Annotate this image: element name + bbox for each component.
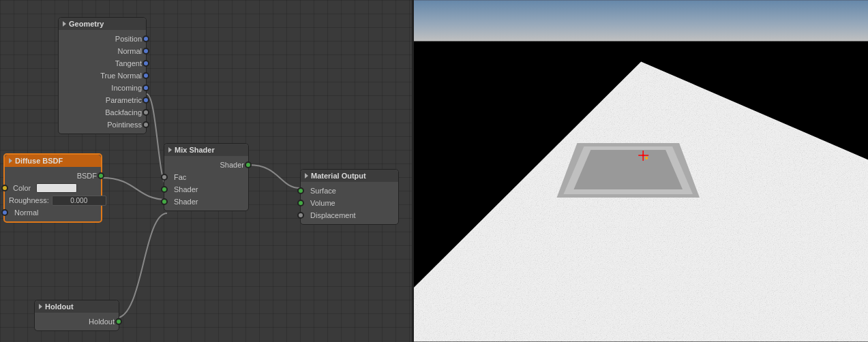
diffuse-header: Diffuse BSDF (5, 155, 101, 167)
holdout-output-label: Holdout (89, 317, 115, 326)
mix-shader-header: Mix Shader (164, 144, 248, 156)
color-label: Color (13, 184, 31, 192)
normal-input-row: Normal (5, 206, 101, 219)
displacement-row: Displacement (301, 209, 398, 221)
fac-label: Fac (174, 173, 186, 181)
diffuse-body: BSDF Color Roughness: Normal (5, 167, 101, 221)
node-geometry[interactable]: Geometry Position Normal Tangent True No… (58, 17, 147, 134)
shader2-label: Shader (174, 198, 198, 206)
shader1-label: Shader (174, 185, 198, 193)
mix-shader-output-row: Shader (164, 159, 248, 171)
geometry-backfacing-row: Backfacing (59, 106, 146, 119)
3d-viewport[interactable] (414, 0, 868, 342)
pointiness-socket[interactable] (143, 121, 149, 128)
position-label: Position (115, 35, 142, 43)
surface-socket[interactable] (297, 187, 304, 194)
svg-rect-1 (414, 1, 868, 42)
shader1-socket[interactable] (161, 186, 168, 193)
fac-socket[interactable] (161, 174, 168, 181)
shader2-socket[interactable] (161, 198, 168, 205)
geometry-position-row: Position (59, 33, 146, 45)
volume-socket[interactable] (297, 200, 304, 206)
mix-shader-title: Mix Shader (175, 146, 215, 154)
mix-shader-output-label: Shader (220, 161, 244, 169)
geometry-parametric-row: Parametric (59, 94, 146, 106)
holdout-output-row: Holdout (35, 315, 119, 328)
viewport-scene (414, 0, 868, 342)
tangent-label: Tangent (115, 59, 142, 67)
roughness-input[interactable] (52, 196, 106, 206)
node-material-output[interactable]: Material Output Surface Volume Displacem… (300, 169, 399, 225)
bsdf-output-row: BSDF (5, 170, 101, 182)
color-socket[interactable] (1, 185, 8, 191)
node-diffuse-bsdf[interactable]: Diffuse BSDF BSDF Color Roughness: Norma… (3, 153, 102, 223)
incoming-socket[interactable] (143, 84, 149, 91)
tangent-socket[interactable] (143, 60, 149, 67)
volume-label: Volume (310, 199, 335, 207)
geometry-truenormal-row: True Normal (59, 69, 146, 82)
geometry-incoming-row: Incoming (59, 82, 146, 94)
backfacing-socket[interactable] (143, 109, 149, 116)
geometry-pointiness-row: Pointiness (59, 119, 146, 131)
bsdf-label: BSDF (77, 172, 97, 180)
node-mix-shader[interactable]: Mix Shader Shader Fac Shader Shader (164, 143, 249, 211)
geometry-tangent-row: Tangent (59, 57, 146, 69)
mix-shader-output-socket[interactable] (245, 161, 252, 168)
pointiness-label: Pointiness (107, 121, 142, 129)
holdout-title: Holdout (45, 302, 74, 311)
surface-row: Surface (301, 185, 398, 197)
holdout-header: Holdout (35, 300, 119, 313)
roughness-label: Roughness: (9, 196, 49, 204)
geometry-normal-row: Normal (59, 45, 146, 57)
displacement-label: Displacement (310, 211, 356, 219)
geometry-node-header: Geometry (59, 18, 146, 30)
mix-collapse-icon (168, 147, 172, 153)
mix-fac-row: Fac (164, 171, 248, 183)
holdout-collapse-icon (39, 304, 42, 309)
true-normal-label: True Normal (100, 72, 142, 80)
diffuse-collapse-icon (9, 158, 12, 164)
bsdf-socket[interactable] (98, 172, 104, 179)
parametric-label: Parametric (106, 96, 142, 104)
normal-input-label: Normal (14, 208, 38, 217)
matout-collapse-icon (305, 173, 308, 178)
node-holdout[interactable]: Holdout Holdout (34, 300, 119, 331)
mix-shader-body: Shader Fac Shader Shader (164, 156, 248, 211)
normal-output-label: Normal (118, 47, 142, 55)
mix-shader2-row: Shader (164, 196, 248, 208)
diffuse-title: Diffuse BSDF (15, 157, 63, 165)
holdout-body: Holdout (35, 313, 119, 330)
svg-marker-6 (573, 150, 683, 189)
parametric-socket[interactable] (143, 97, 149, 104)
holdout-output-socket[interactable] (115, 318, 122, 325)
geometry-node-body: Position Normal Tangent True Normal Inco… (59, 30, 146, 134)
color-swatch[interactable] (36, 183, 77, 193)
backfacing-label: Backfacing (105, 108, 142, 116)
collapse-icon (63, 21, 66, 27)
material-output-header: Material Output (301, 170, 398, 182)
material-output-body: Surface Volume Displacement (301, 182, 398, 224)
svg-point-10 (645, 157, 648, 159)
mix-shader1-row: Shader (164, 183, 248, 196)
volume-row: Volume (301, 197, 398, 209)
surface-label: Surface (310, 187, 336, 195)
normal-input-socket[interactable] (1, 209, 8, 216)
position-socket[interactable] (143, 35, 149, 42)
svg-point-9 (642, 155, 644, 157)
normal-socket[interactable] (143, 48, 149, 55)
incoming-label: Incoming (111, 84, 142, 92)
color-row: Color (5, 182, 101, 194)
displacement-socket[interactable] (297, 212, 304, 219)
roughness-row: Roughness: (5, 194, 101, 206)
geometry-node-title: Geometry (69, 20, 104, 28)
node-editor: Geometry Position Normal Tangent True No… (0, 0, 412, 342)
true-normal-socket[interactable] (143, 72, 149, 79)
material-output-title: Material Output (311, 172, 366, 180)
